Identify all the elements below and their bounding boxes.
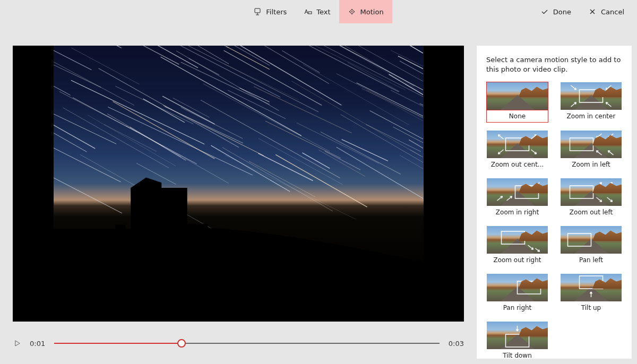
svg-line-64	[391, 90, 424, 160]
seek-bar[interactable]	[54, 338, 440, 349]
svg-line-137	[498, 152, 499, 154]
svg-line-85	[54, 55, 101, 87]
svg-line-61	[163, 106, 263, 155]
duration: 0:03	[447, 340, 464, 348]
svg-line-67	[226, 46, 269, 69]
svg-line-101	[203, 84, 330, 151]
motion-thumb	[561, 82, 622, 110]
svg-line-171	[601, 200, 601, 202]
motion-option-label: Pan left	[560, 254, 622, 266]
star-trails-art	[54, 46, 424, 292]
svg-line-125	[574, 102, 576, 103]
svg-line-120	[606, 85, 612, 90]
svg-line-152	[608, 151, 614, 155]
motion-option-none[interactable]: None	[486, 82, 548, 123]
motion-thumb	[561, 178, 622, 206]
svg-line-39	[225, 155, 355, 219]
svg-rect-186	[518, 281, 541, 294]
svg-line-74	[104, 125, 156, 152]
video-preview[interactable]	[13, 46, 464, 322]
svg-line-52	[211, 145, 289, 191]
seek-thumb[interactable]	[177, 339, 186, 348]
svg-line-25	[366, 125, 420, 152]
svg-line-19	[54, 46, 91, 70]
svg-line-83	[173, 98, 209, 117]
svg-line-128	[606, 102, 607, 105]
svg-line-7	[306, 46, 424, 105]
motion-overlay-icon	[561, 131, 622, 158]
svg-line-127	[606, 102, 608, 103]
svg-line-123	[571, 102, 576, 107]
motion-option-zoom_in_center[interactable]: Zoom in center	[560, 82, 622, 123]
svg-line-180	[531, 249, 533, 250]
motion-thumb	[561, 274, 622, 301]
motion-thumb	[561, 226, 622, 254]
svg-line-166	[597, 183, 602, 187]
motion-option-zoom_out_right[interactable]: Zoom out right	[486, 226, 548, 266]
cancel-button[interactable]: Cancel	[580, 0, 633, 23]
svg-line-69	[98, 68, 238, 147]
svg-line-143	[597, 134, 602, 138]
svg-line-50	[342, 140, 388, 161]
svg-line-146	[608, 134, 614, 138]
svg-line-22	[398, 56, 424, 102]
svg-line-93	[126, 126, 163, 147]
svg-line-53	[188, 46, 229, 64]
svg-line-37	[115, 86, 193, 124]
motion-option-label: Zoom out right	[486, 254, 548, 266]
text-tab[interactable]: Text	[295, 0, 339, 23]
silhouette-art	[54, 75, 424, 322]
motion-option-zoom_in_right[interactable]: Zoom in right	[486, 178, 548, 218]
filters-tab[interactable]: Filters	[245, 0, 295, 23]
svg-point-4	[351, 11, 352, 12]
svg-line-89	[107, 114, 180, 157]
motion-option-label: None	[486, 110, 548, 123]
motion-thumb	[487, 226, 548, 254]
svg-line-175	[607, 197, 613, 202]
svg-line-87	[80, 155, 219, 233]
svg-line-77	[348, 63, 399, 92]
svg-line-118	[574, 90, 576, 90]
svg-line-15	[258, 153, 312, 180]
svg-line-174	[610, 183, 613, 183]
motion-thumb	[487, 178, 548, 206]
svg-line-145	[597, 138, 599, 138]
svg-line-163	[536, 184, 537, 186]
motion-thumb	[561, 131, 622, 158]
done-button[interactable]: Done	[532, 0, 580, 23]
motion-thumb	[487, 274, 548, 301]
svg-line-66	[336, 74, 423, 125]
svg-line-23	[217, 46, 341, 105]
svg-line-189	[591, 292, 592, 293]
motion-thumb	[487, 322, 548, 349]
svg-line-121	[606, 88, 607, 90]
play-button[interactable]	[13, 340, 22, 346]
svg-line-153	[608, 151, 610, 151]
motion-overlay-icon	[487, 274, 548, 301]
svg-line-45	[54, 101, 116, 144]
motion-option-pan_left[interactable]: Pan left	[560, 226, 622, 266]
motion-option-zoom_in_left[interactable]: Zoom in left	[560, 130, 622, 170]
svg-line-10	[54, 106, 95, 149]
svg-line-35	[201, 100, 339, 178]
motion-option-pan_right[interactable]: Pan right	[486, 273, 548, 314]
svg-rect-0	[255, 8, 260, 13]
motion-option-tilt_down[interactable]: Tilt down	[486, 321, 548, 359]
svg-line-56	[113, 101, 214, 158]
motion-option-tilt_up[interactable]: Tilt up	[560, 273, 622, 314]
motion-tab[interactable]: Motion	[339, 0, 392, 23]
motion-option-zoom_out_left[interactable]: Zoom out left	[560, 178, 622, 218]
svg-line-88	[367, 90, 424, 148]
svg-line-141	[536, 152, 536, 154]
motion-overlay-icon	[487, 178, 548, 206]
motion-overlay-icon	[487, 131, 548, 158]
svg-line-11	[222, 148, 332, 211]
cancel-label: Cancel	[601, 8, 624, 16]
motion-option-label: Zoom in right	[486, 206, 548, 218]
motion-option-zoom_out_center[interactable]: Zoom out cent...	[486, 130, 548, 170]
svg-line-167	[601, 183, 601, 185]
svg-line-42	[188, 58, 219, 75]
current-time: 0:01	[30, 340, 47, 348]
svg-line-113	[223, 50, 321, 105]
svg-line-34	[291, 81, 421, 157]
